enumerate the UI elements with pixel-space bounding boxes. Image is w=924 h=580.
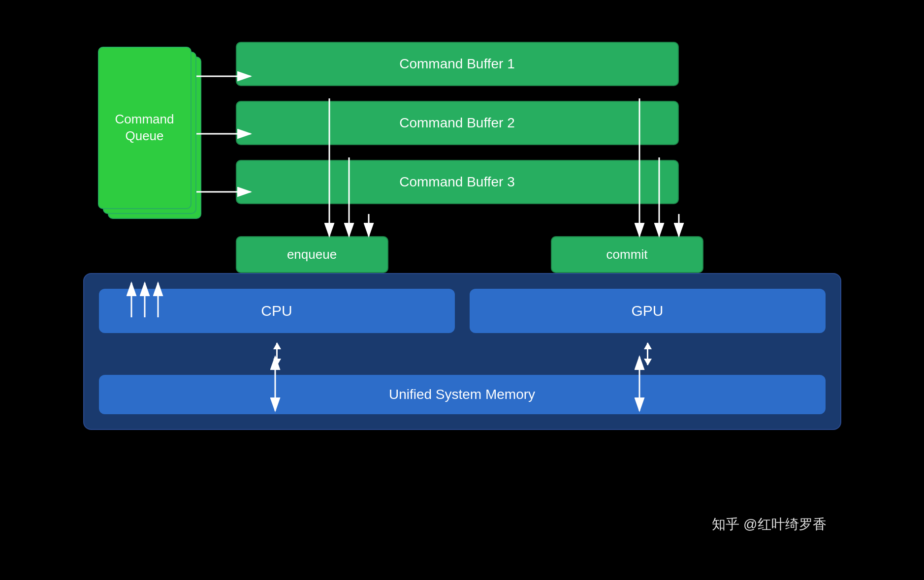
unified-memory-box: Unified System Memory bbox=[99, 375, 826, 414]
bottom-system-section: CPU GPU Unified System Memory bbox=[83, 273, 841, 430]
watermark-text: 知乎 @红叶绮罗香 bbox=[712, 517, 826, 532]
bidir-arrows-row bbox=[99, 343, 826, 365]
unified-memory-label: Unified System Memory bbox=[389, 387, 535, 402]
commit-label: commit bbox=[606, 247, 648, 262]
enqueue-box: enqueue bbox=[236, 236, 388, 273]
buffer-2: Command Buffer 2 bbox=[236, 101, 679, 145]
gpu-memory-arrow bbox=[470, 343, 826, 365]
command-queue-stack: Command Queue bbox=[98, 47, 196, 234]
buffer-3: Command Buffer 3 bbox=[236, 160, 679, 204]
gpu-box: GPU bbox=[470, 289, 826, 333]
buffer-2-label: Command Buffer 2 bbox=[399, 115, 515, 131]
cpu-memory-arrow-line bbox=[276, 343, 278, 365]
bottom-inner: CPU GPU Unified System Memory bbox=[99, 289, 826, 414]
buffer-3-label: Command Buffer 3 bbox=[399, 174, 515, 190]
commit-box: commit bbox=[551, 236, 703, 273]
cpu-box: CPU bbox=[99, 289, 455, 333]
watermark: 知乎 @红叶绮罗香 bbox=[712, 515, 826, 534]
processor-row: CPU GPU bbox=[99, 289, 826, 333]
cpu-label: CPU bbox=[261, 303, 292, 319]
cpu-memory-arrow bbox=[99, 343, 455, 365]
gpu-label: GPU bbox=[631, 303, 663, 319]
gpu-memory-arrow-line bbox=[647, 343, 648, 365]
buffer-1-label: Command Buffer 1 bbox=[399, 56, 515, 72]
command-queue-label: Command Queue bbox=[99, 111, 191, 145]
cq-card-front: Command Queue bbox=[98, 47, 191, 209]
enqueue-label: enqueue bbox=[287, 247, 337, 262]
buffer-1: Command Buffer 1 bbox=[236, 42, 679, 86]
diagram-container: Command Queue Command Buffer 1 Command B… bbox=[68, 32, 856, 549]
buffers-section: Command Buffer 1 Command Buffer 2 Comman… bbox=[236, 42, 679, 204]
